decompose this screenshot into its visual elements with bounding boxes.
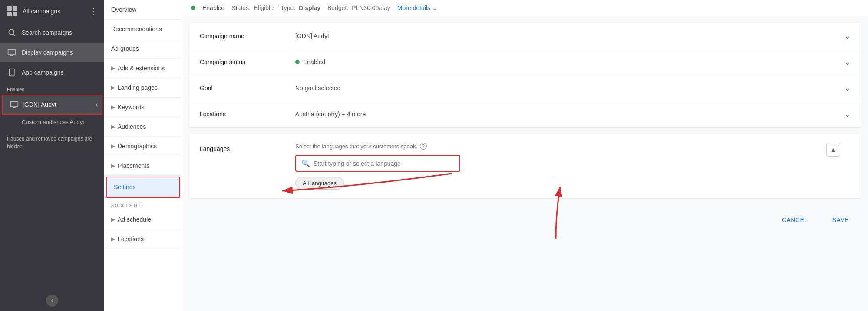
- recommendations-label: Recommendations: [111, 26, 162, 33]
- goal-label: Goal: [200, 85, 295, 92]
- campaign-status-chevron: ⌄: [844, 57, 851, 67]
- app-campaigns-icon: [7, 68, 17, 77]
- placements-arrow: ▶: [111, 163, 115, 169]
- settings-label: Settings: [114, 183, 136, 190]
- campaign-status-row[interactable]: Campaign status Enabled ⌄: [189, 49, 861, 75]
- language-search-input[interactable]: [314, 160, 454, 167]
- all-languages-button[interactable]: All languages: [295, 177, 344, 190]
- campaign-name-label: Campaign name: [200, 33, 295, 39]
- cancel-button[interactable]: CANCEL: [773, 212, 817, 228]
- locations-chevron: ⌄: [844, 109, 851, 119]
- campaign-name-row[interactable]: Campaign name [GDN] Audyt ⌄: [189, 23, 861, 49]
- nav-locations[interactable]: ▶ Locations: [104, 229, 182, 249]
- svg-rect-2: [8, 49, 16, 55]
- adgroups-label: Ad groups: [111, 45, 139, 52]
- nav-audiences[interactable]: ▶ Audiences: [104, 117, 182, 137]
- settings-panel: Campaign name [GDN] Audyt ⌄ Campaign sta…: [189, 23, 861, 127]
- locations-label: Locations: [200, 111, 295, 118]
- suggested-section-label: Suggested: [104, 199, 182, 210]
- more-menu-icon[interactable]: ⋮: [89, 7, 97, 16]
- ads-arrow: ▶: [111, 65, 115, 71]
- sidebar-item-search[interactable]: Search campaigns: [0, 23, 104, 43]
- landing-arrow: ▶: [111, 85, 115, 91]
- adschedule-arrow: ▶: [111, 216, 115, 223]
- locations-row[interactable]: Locations Austria (country) + 4 more ⌄: [189, 101, 861, 127]
- nav-keywords[interactable]: ▶ Keywords: [104, 98, 182, 117]
- locations-value: Austria (country) + 4 more: [295, 111, 844, 118]
- campaign-topbar: Enabled Status: Eligible Type: Display B…: [182, 0, 868, 16]
- nav-recommendations[interactable]: Recommendations: [104, 20, 182, 39]
- nav-landing[interactable]: ▶ Landing pages: [104, 78, 182, 98]
- svg-point-0: [9, 29, 14, 35]
- grid-icon: [7, 6, 17, 16]
- enabled-status-dot: [191, 6, 195, 10]
- enabled-label: Enabled: [0, 82, 104, 94]
- paused-notice: Paused and removed campaigns are hidden: [0, 129, 104, 157]
- active-campaign-item[interactable]: [GDN] Audyt ‹: [3, 95, 102, 114]
- enabled-text: Enabled: [202, 4, 224, 11]
- placements-label: Placements: [118, 162, 149, 169]
- nav-adgroups[interactable]: Ad groups: [104, 39, 182, 59]
- audiences-label: Audiences: [118, 123, 146, 130]
- campaign-arrow-icon: ‹: [96, 100, 98, 109]
- active-campaign-name: [GDN] Audyt: [23, 101, 56, 108]
- nav-overview[interactable]: Overview: [104, 0, 182, 20]
- save-button[interactable]: SAVE: [824, 212, 858, 228]
- campaign-name-value: [GDN] Audyt: [295, 33, 844, 39]
- collapse-languages-btn[interactable]: ▲: [826, 143, 840, 157]
- svg-rect-6: [11, 101, 18, 107]
- collapse-languages[interactable]: ▲: [826, 143, 851, 157]
- campaign-name-chevron: ⌄: [844, 31, 851, 41]
- audiences-arrow: ▶: [111, 124, 115, 130]
- adschedule-label: Ad schedule: [118, 216, 151, 223]
- keywords-arrow: ▶: [111, 104, 115, 110]
- search-icon: 🔍: [301, 159, 310, 167]
- keywords-label: Keywords: [118, 104, 144, 111]
- svg-point-5: [11, 74, 12, 75]
- overview-label: Overview: [111, 6, 136, 13]
- sidebar-item-display[interactable]: Display campaigns: [0, 43, 104, 62]
- locations-arrow: ▶: [111, 236, 115, 242]
- languages-hint: Select the languages that your customers…: [295, 143, 826, 150]
- main-content: Enabled Status: Eligible Type: Display B…: [182, 0, 868, 311]
- languages-header: Languages Select the languages that your…: [189, 134, 861, 198]
- nav-placements[interactable]: ▶ Placements: [104, 156, 182, 176]
- app-campaigns-label: App campaigns: [22, 69, 64, 76]
- more-details-link[interactable]: More details ⌄: [397, 4, 437, 11]
- help-icon: ?: [420, 143, 427, 150]
- search-campaigns-label: Search campaigns: [22, 29, 72, 36]
- goal-value: No goal selected: [295, 85, 844, 92]
- languages-label: Languages: [200, 143, 295, 152]
- nav-ads[interactable]: ▶ Ads & extensions: [104, 59, 182, 78]
- demographics-label: Demographics: [118, 143, 157, 150]
- custom-audiences-item[interactable]: Custom audiences Audyt: [0, 115, 104, 129]
- center-navigation: Overview Recommendations Ad groups ▶ Ads…: [104, 0, 182, 311]
- campaign-status-value: Enabled: [295, 59, 844, 65]
- goal-row[interactable]: Goal No goal selected ⌄: [189, 75, 861, 101]
- type-text: Type: Display: [281, 4, 320, 11]
- custom-audiences-label: Custom audiences Audyt: [22, 119, 84, 125]
- locations-label: Locations: [118, 236, 144, 242]
- languages-body: Select the languages that your customers…: [295, 143, 826, 190]
- campaign-icon: [10, 100, 19, 109]
- campaign-status-label: Campaign status: [200, 59, 295, 65]
- demographics-arrow: ▶: [111, 143, 115, 149]
- svg-line-1: [13, 34, 15, 36]
- ads-label: Ads & extensions: [118, 65, 165, 72]
- sidebar-item-app[interactable]: App campaigns: [0, 62, 104, 82]
- sidebar: All campaigns ⋮ Search campaigns Display…: [0, 0, 104, 311]
- nav-demographics[interactable]: ▶ Demographics: [104, 137, 182, 156]
- nav-adschedule[interactable]: ▶ Ad schedule: [104, 210, 182, 229]
- collapse-sidebar-btn[interactable]: ‹: [46, 295, 58, 307]
- landing-label: Landing pages: [118, 84, 158, 91]
- languages-section: Languages Select the languages that your…: [189, 134, 861, 198]
- bottom-actions: CANCEL SAVE: [182, 205, 868, 235]
- goal-chevron: ⌄: [844, 83, 851, 93]
- all-campaigns-title: All campaigns: [23, 8, 60, 15]
- language-search-box[interactable]: 🔍: [295, 155, 460, 172]
- chevron-down-icon: ⌄: [432, 4, 437, 11]
- display-campaigns-icon: [7, 48, 17, 57]
- display-campaigns-label: Display campaigns: [22, 49, 73, 56]
- budget-text: Budget: PLN30.00/day: [327, 4, 390, 11]
- nav-settings[interactable]: Settings: [107, 177, 179, 197]
